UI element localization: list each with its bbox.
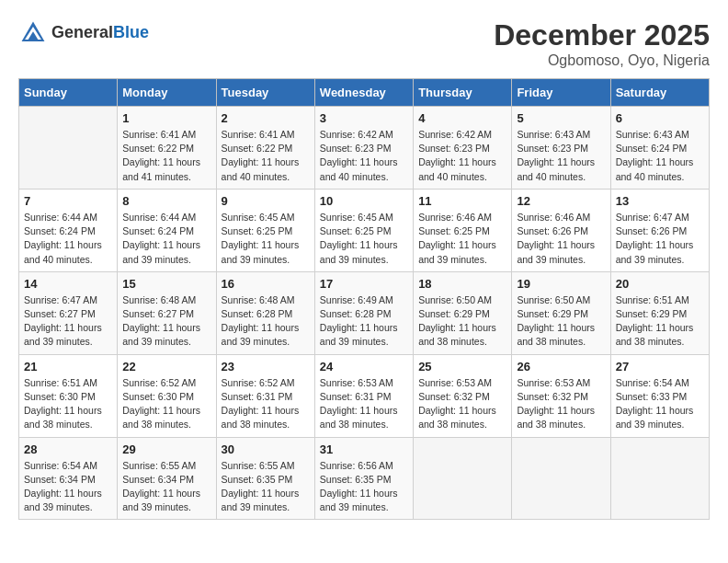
day-number: 11 [418, 194, 506, 208]
day-number: 10 [320, 194, 408, 208]
day-number: 21 [24, 360, 112, 373]
cell-info: Sunrise: 6:48 AM Sunset: 6:27 PM Dayligh… [122, 293, 210, 350]
calendar-cell: 3Sunrise: 6:42 AM Sunset: 6:23 PM Daylig… [314, 107, 413, 190]
day-number: 9 [222, 194, 310, 208]
calendar-cell [610, 437, 709, 520]
logo-text: GeneralBlue [51, 24, 149, 42]
calendar-cell: 28Sunrise: 6:54 AM Sunset: 6:34 PM Dayli… [19, 437, 118, 520]
day-number: 18 [418, 277, 506, 291]
cell-info: Sunrise: 6:52 AM Sunset: 6:31 PM Dayligh… [222, 376, 310, 432]
title-block: December 2025 Ogbomoso, Oyo, Nigeria [494, 18, 710, 69]
day-number: 19 [517, 277, 605, 291]
calendar-cell: 30Sunrise: 6:55 AM Sunset: 6:35 PM Dayli… [216, 437, 314, 520]
day-number: 16 [222, 277, 310, 291]
cell-info: Sunrise: 6:49 AM Sunset: 6:28 PM Dayligh… [320, 293, 408, 350]
cell-info: Sunrise: 6:55 AM Sunset: 6:35 PM Dayligh… [222, 459, 310, 515]
cell-info: Sunrise: 6:45 AM Sunset: 6:25 PM Dayligh… [222, 211, 310, 267]
cell-info: Sunrise: 6:42 AM Sunset: 6:23 PM Dayligh… [320, 128, 408, 184]
week-row-1: 1Sunrise: 6:41 AM Sunset: 6:22 PM Daylig… [19, 107, 710, 190]
calendar-cell: 2Sunrise: 6:41 AM Sunset: 6:22 PM Daylig… [216, 107, 314, 190]
day-number: 8 [122, 194, 210, 208]
header-friday: Friday [512, 79, 610, 107]
cell-info: Sunrise: 6:42 AM Sunset: 6:23 PM Dayligh… [418, 128, 506, 184]
calendar-cell: 25Sunrise: 6:53 AM Sunset: 6:32 PM Dayli… [414, 354, 512, 437]
week-row-4: 21Sunrise: 6:51 AM Sunset: 6:30 PM Dayli… [19, 354, 710, 437]
cell-info: Sunrise: 6:43 AM Sunset: 6:24 PM Dayligh… [616, 128, 704, 184]
calendar-cell: 9Sunrise: 6:45 AM Sunset: 6:25 PM Daylig… [216, 189, 314, 271]
day-number: 3 [320, 111, 408, 125]
header-monday: Monday [118, 79, 216, 107]
calendar-cell: 10Sunrise: 6:45 AM Sunset: 6:25 PM Dayli… [314, 189, 413, 271]
day-number: 24 [320, 360, 408, 373]
cell-info: Sunrise: 6:53 AM Sunset: 6:32 PM Dayligh… [418, 376, 506, 432]
cell-info: Sunrise: 6:47 AM Sunset: 6:26 PM Dayligh… [616, 211, 704, 267]
day-number: 31 [320, 442, 408, 456]
calendar-cell: 8Sunrise: 6:44 AM Sunset: 6:24 PM Daylig… [118, 189, 216, 271]
cell-info: Sunrise: 6:46 AM Sunset: 6:25 PM Dayligh… [418, 211, 506, 267]
week-row-2: 7Sunrise: 6:44 AM Sunset: 6:24 PM Daylig… [19, 189, 710, 271]
day-number: 25 [418, 360, 506, 373]
calendar-cell: 20Sunrise: 6:51 AM Sunset: 6:29 PM Dayli… [610, 271, 709, 354]
calendar-cell: 19Sunrise: 6:50 AM Sunset: 6:29 PM Dayli… [512, 271, 610, 354]
calendar-cell: 22Sunrise: 6:52 AM Sunset: 6:30 PM Dayli… [118, 354, 216, 437]
calendar-cell: 12Sunrise: 6:46 AM Sunset: 6:26 PM Dayli… [512, 189, 610, 271]
header-row: SundayMondayTuesdayWednesdayThursdayFrid… [19, 79, 710, 107]
cell-info: Sunrise: 6:54 AM Sunset: 6:33 PM Dayligh… [616, 376, 704, 432]
cell-info: Sunrise: 6:51 AM Sunset: 6:30 PM Dayligh… [24, 376, 112, 432]
cell-info: Sunrise: 6:41 AM Sunset: 6:22 PM Dayligh… [222, 128, 310, 184]
cell-info: Sunrise: 6:44 AM Sunset: 6:24 PM Dayligh… [122, 211, 210, 267]
cell-info: Sunrise: 6:56 AM Sunset: 6:35 PM Dayligh… [320, 459, 408, 515]
cell-info: Sunrise: 6:50 AM Sunset: 6:29 PM Dayligh… [418, 293, 506, 350]
header-wednesday: Wednesday [314, 79, 413, 107]
calendar-cell: 24Sunrise: 6:53 AM Sunset: 6:31 PM Dayli… [314, 354, 413, 437]
calendar-cell: 15Sunrise: 6:48 AM Sunset: 6:27 PM Dayli… [118, 271, 216, 354]
day-number: 30 [222, 442, 310, 456]
calendar-cell: 21Sunrise: 6:51 AM Sunset: 6:30 PM Dayli… [19, 354, 118, 437]
calendar-cell: 14Sunrise: 6:47 AM Sunset: 6:27 PM Dayli… [19, 271, 118, 354]
day-number: 6 [616, 111, 704, 125]
calendar-cell: 1Sunrise: 6:41 AM Sunset: 6:22 PM Daylig… [118, 107, 216, 190]
cell-info: Sunrise: 6:43 AM Sunset: 6:23 PM Dayligh… [517, 128, 605, 184]
calendar-cell: 18Sunrise: 6:50 AM Sunset: 6:29 PM Dayli… [414, 271, 512, 354]
cell-info: Sunrise: 6:41 AM Sunset: 6:22 PM Dayligh… [122, 128, 210, 184]
day-number: 12 [517, 194, 605, 208]
calendar-cell: 29Sunrise: 6:55 AM Sunset: 6:34 PM Dayli… [118, 437, 216, 520]
calendar-cell: 7Sunrise: 6:44 AM Sunset: 6:24 PM Daylig… [19, 189, 118, 271]
day-number: 20 [616, 277, 704, 291]
day-number: 17 [320, 277, 408, 291]
cell-info: Sunrise: 6:48 AM Sunset: 6:28 PM Dayligh… [222, 293, 310, 350]
calendar-cell: 6Sunrise: 6:43 AM Sunset: 6:24 PM Daylig… [610, 107, 709, 190]
cell-info: Sunrise: 6:54 AM Sunset: 6:34 PM Dayligh… [24, 459, 112, 515]
calendar-cell [414, 437, 512, 520]
day-number: 4 [418, 111, 506, 125]
day-number: 14 [24, 277, 112, 291]
day-number: 13 [616, 194, 704, 208]
location: Ogbomoso, Oyo, Nigeria [494, 52, 710, 69]
week-row-5: 28Sunrise: 6:54 AM Sunset: 6:34 PM Dayli… [19, 437, 710, 520]
cell-info: Sunrise: 6:55 AM Sunset: 6:34 PM Dayligh… [122, 459, 210, 515]
week-row-3: 14Sunrise: 6:47 AM Sunset: 6:27 PM Dayli… [19, 271, 710, 354]
calendar-table: SundayMondayTuesdayWednesdayThursdayFrid… [18, 78, 710, 520]
calendar-cell: 16Sunrise: 6:48 AM Sunset: 6:28 PM Dayli… [216, 271, 314, 354]
header-saturday: Saturday [610, 79, 709, 107]
cell-info: Sunrise: 6:50 AM Sunset: 6:29 PM Dayligh… [517, 293, 605, 350]
calendar-cell: 5Sunrise: 6:43 AM Sunset: 6:23 PM Daylig… [512, 107, 610, 190]
day-number: 28 [24, 442, 112, 456]
calendar-cell: 13Sunrise: 6:47 AM Sunset: 6:26 PM Dayli… [610, 189, 709, 271]
logo: GeneralBlue [18, 18, 149, 48]
logo-general: General [51, 23, 113, 41]
month-year: December 2025 [494, 18, 710, 52]
cell-info: Sunrise: 6:53 AM Sunset: 6:32 PM Dayligh… [517, 376, 605, 432]
logo-blue: Blue [113, 23, 149, 41]
day-number: 26 [517, 360, 605, 373]
cell-info: Sunrise: 6:45 AM Sunset: 6:25 PM Dayligh… [320, 211, 408, 267]
page-header: GeneralBlue December 2025 Ogbomoso, Oyo,… [18, 18, 710, 69]
day-number: 1 [122, 111, 210, 125]
cell-info: Sunrise: 6:44 AM Sunset: 6:24 PM Dayligh… [24, 211, 112, 267]
calendar-cell [19, 107, 118, 190]
header-thursday: Thursday [414, 79, 512, 107]
calendar-cell: 4Sunrise: 6:42 AM Sunset: 6:23 PM Daylig… [414, 107, 512, 190]
calendar-cell: 27Sunrise: 6:54 AM Sunset: 6:33 PM Dayli… [610, 354, 709, 437]
cell-info: Sunrise: 6:51 AM Sunset: 6:29 PM Dayligh… [616, 293, 704, 350]
day-number: 22 [122, 360, 210, 373]
